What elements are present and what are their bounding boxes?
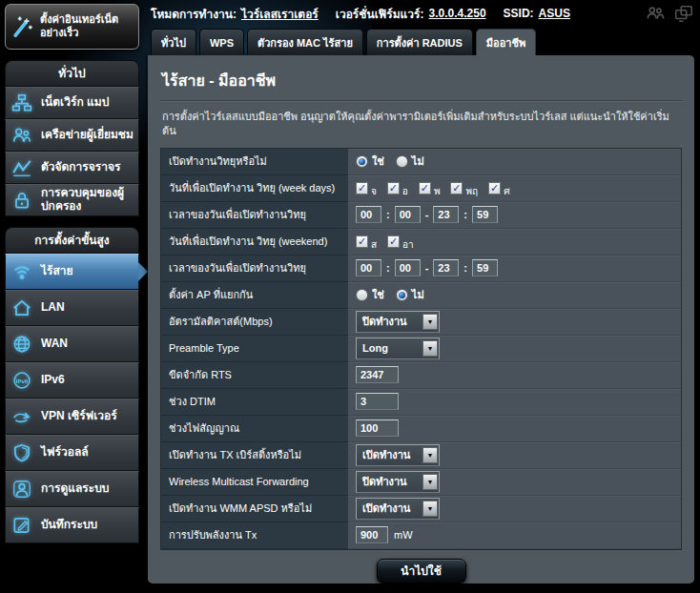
chevron-down-icon[interactable]: ▼ — [422, 340, 438, 357]
quick-internet-setup-button[interactable]: ตั้งค่าอินเทอร์เน็ต อย่างเร็ว — [5, 4, 139, 50]
tab-professional[interactable]: มืออาชีพ — [476, 29, 536, 55]
wireless-multicast-forwarding-value: ปิดทำงาน▼ — [348, 469, 681, 496]
radio-time-weekend-end-hour[interactable] — [433, 259, 459, 276]
sidebar: ตั้งค่าอินเทอร์เน็ต อย่างเร็ว ทั่วไป เน็… — [5, 4, 139, 543]
radio-date-weekend-checkbox-sat-label: ส — [371, 237, 377, 252]
radio-date-weekdays-checkbox-wed[interactable] — [419, 182, 431, 194]
firmware-version-label: เวอร์ชั่นเฟิร์มแวร์: — [336, 5, 424, 23]
ssid-link[interactable]: ASUS — [539, 7, 570, 20]
sidebar-item-vpn-server[interactable]: VPN เซิร์ฟเวอร์ — [5, 399, 139, 435]
separator: : — [386, 209, 390, 220]
apply-row: นำไปใช้ — [160, 550, 682, 583]
svg-text:IPv6: IPv6 — [16, 378, 29, 384]
clients-icon[interactable] — [645, 3, 666, 24]
operation-mode-link[interactable]: ไวร์เลสเราเตอร์ — [241, 5, 319, 23]
rts-threshold-input[interactable] — [356, 366, 399, 383]
sidebar-item-wireless[interactable]: ไร้สาย — [5, 254, 139, 290]
devices-icon[interactable] — [673, 3, 694, 24]
separator: : — [463, 209, 467, 220]
radio-date-weekend-checkbox-sun[interactable] — [387, 235, 400, 248]
preamble-type-value: Long▼ — [348, 336, 681, 362]
dtim-interval-label: ช่วง DTIM — [161, 389, 348, 416]
chevron-down-icon[interactable]: ▼ — [422, 474, 438, 490]
sidebar-item-traffic-manager[interactable]: ตัวจัดการจราจร — [5, 152, 139, 184]
radio-time-weekdays-end-min[interactable] — [472, 206, 498, 223]
sidebar-item-label: เน็ตเวิร์ก แมป — [41, 96, 109, 110]
tab-general[interactable]: ทั่วไป — [151, 29, 196, 55]
ap-isolated-radio-no[interactable] — [396, 289, 408, 301]
multicast-rate-select[interactable]: ปิดทำงาน▼ — [356, 311, 440, 333]
magic-wand-icon — [10, 14, 35, 39]
radio-time-weekend-end-min[interactable] — [472, 259, 498, 276]
tab-wps[interactable]: WPS — [199, 29, 244, 55]
guest-network-icon — [10, 125, 34, 146]
tx-power-input[interactable] — [356, 526, 388, 543]
enable-radio-radio-no[interactable] — [396, 155, 408, 168]
wireless-multicast-forwarding-label: Wireless Multicast Forwarding — [161, 469, 348, 496]
ap-isolated-radio-no-label: ไม่ — [412, 286, 424, 303]
apply-button[interactable]: นำไปใช้ — [377, 559, 466, 583]
tab-bar: ทั่วไปWPSตัวกรอง MAC ไร้สายการตั้งค่า RA… — [148, 29, 694, 55]
sidebar-item-system-log[interactable]: บันทึกระบบ — [5, 507, 139, 543]
tab-wireless-mac-filter[interactable]: ตัวกรอง MAC ไร้สาย — [247, 29, 363, 55]
ap-isolated-radio-yes[interactable] — [356, 289, 368, 301]
lan-icon — [10, 297, 34, 318]
chevron-down-icon[interactable]: ▼ — [422, 447, 438, 463]
radio-time-weekdays-label: เวลาของวันเพื่อเปิดทำงานวิทยุ — [161, 202, 348, 229]
sidebar-item-label: ไร้สาย — [41, 265, 73, 278]
radio-time-weekdays-start-min[interactable] — [395, 206, 421, 223]
separator: : — [463, 262, 467, 274]
radio-time-weekdays-end-hour[interactable] — [433, 206, 459, 223]
radio-time-weekdays-start-hour[interactable] — [356, 206, 381, 223]
tx-power-label: การปรับพลังงาน Tx — [161, 522, 348, 549]
operation-mode-label: โหมดการทำงาน: — [151, 5, 237, 23]
ap-isolated-radio-yes-label: ใช่ — [372, 286, 384, 303]
tab-radius-setting[interactable]: การตั้งค่า RADIUS — [366, 29, 473, 55]
sidebar-item-administration[interactable]: การดูแลระบบ — [5, 471, 139, 507]
sidebar-item-firewall[interactable]: ไฟร์วอลล์ — [5, 435, 139, 471]
table-row: เวลาของวันเพื่อเปิดทำงานวิทยุ:-: — [161, 256, 681, 282]
wmm-apsd-select[interactable]: เปิดทำงาน▼ — [356, 498, 440, 520]
radio-time-weekend-start-min[interactable] — [395, 259, 421, 276]
radio-date-weekend-checkbox-sat[interactable] — [356, 235, 368, 248]
radio-date-weekdays-checkbox-thu-label: พฤ — [465, 184, 478, 198]
sidebar-item-lan[interactable]: LAN — [5, 290, 139, 326]
sidebar-item-wan[interactable]: WAN — [5, 326, 139, 362]
chevron-down-icon[interactable]: ▼ — [422, 314, 438, 330]
sidebar-item-label: ไฟร์วอลล์ — [41, 446, 89, 460]
sidebar-item-label: IPv6 — [41, 374, 65, 387]
ap-isolated-value: ใช่ไม่ — [348, 282, 681, 309]
preamble-type-select[interactable]: Long▼ — [356, 337, 440, 359]
sidebar-item-label: WAN — [41, 337, 68, 351]
dtim-interval-value — [348, 389, 681, 416]
sidebar-item-parental-control[interactable]: การควบคุมของผู้ปกครอง — [5, 184, 139, 216]
chevron-down-icon[interactable]: ▼ — [422, 501, 438, 517]
table-row: การปรับพลังงาน TxmW — [161, 522, 681, 549]
wireless-multicast-forwarding-select[interactable]: ปิดทำงาน▼ — [356, 471, 440, 493]
radio-time-weekend-start-hour[interactable] — [356, 259, 381, 276]
ssid-label: SSID: — [504, 7, 534, 20]
preamble-type-select-value: Long — [357, 342, 422, 354]
radio-date-weekdays-checkbox-tue[interactable] — [387, 182, 400, 194]
sidebar-item-label: บันทึกระบบ — [41, 519, 97, 532]
radio-date-weekdays-checkbox-mon[interactable] — [356, 182, 368, 194]
tx-bursting-label: เปิดทำงาน TX เบิร์สติ้งหรือไม่ — [161, 442, 348, 469]
sidebar-item-ipv6[interactable]: IPv6IPv6 — [5, 362, 139, 399]
vpn-server-icon — [10, 406, 34, 427]
sidebar-item-network-map[interactable]: เน็ตเวิร์ก แมป — [5, 87, 139, 119]
table-row: เปิดทำงาน TX เบิร์สติ้งหรือไม่เปิดทำงาน▼ — [161, 442, 681, 469]
enable-radio-radio-yes[interactable] — [356, 155, 368, 168]
sidebar-advanced-items: ไร้สายLANWANIPv6IPv6VPN เซิร์ฟเวอร์ไฟร์ว… — [5, 254, 139, 543]
radio-date-weekdays-checkbox-thu[interactable] — [450, 182, 463, 194]
enable-radio-radio-yes-label: ใช่ — [372, 153, 384, 170]
beacon-interval-input[interactable] — [356, 419, 399, 437]
radio-date-weekend-label: วันที่เพื่อเปิดทำงาน วิทยุ (weekend) — [161, 229, 348, 256]
sidebar-item-guest-network[interactable]: เครือข่ายผู้เยี่ยมชม — [5, 119, 139, 152]
radio-date-weekdays-checkbox-fri[interactable] — [488, 182, 501, 194]
firmware-version-link[interactable]: 3.0.0.4.250 — [429, 7, 486, 20]
enable-radio-radio-no-label: ไม่ — [412, 153, 424, 170]
sidebar-item-label: VPN เซิร์ฟเวอร์ — [41, 410, 117, 423]
dtim-interval-input[interactable] — [356, 393, 399, 410]
radio-time-weekend-label: เวลาของวันเพื่อเปิดทำงานวิทยุ — [161, 256, 348, 282]
tx-bursting-select[interactable]: เปิดทำงาน▼ — [356, 444, 440, 466]
